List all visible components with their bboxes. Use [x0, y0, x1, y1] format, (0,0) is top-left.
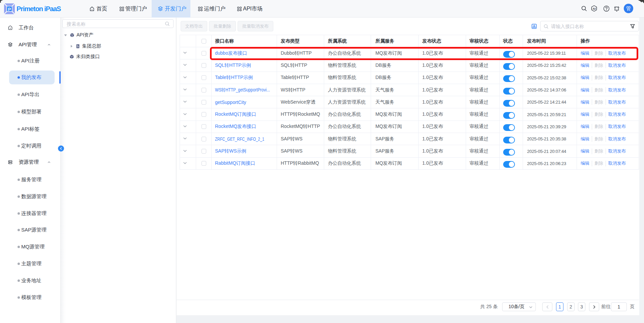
- svg-text:P: P: [8, 7, 11, 12]
- svg-text:AI: AI: [593, 7, 596, 10]
